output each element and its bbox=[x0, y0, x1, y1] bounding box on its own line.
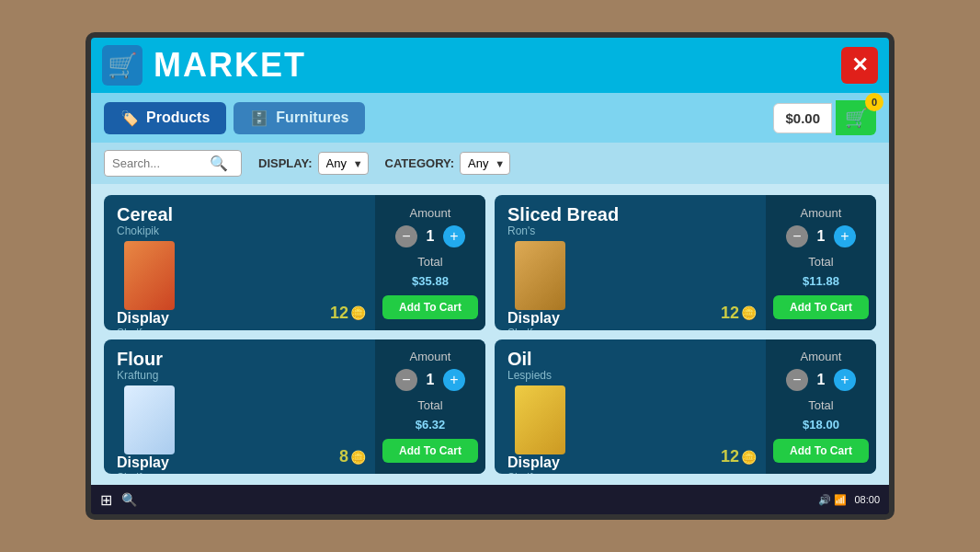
product-display-type-flour: Shelf bbox=[117, 471, 366, 475]
taskbar-search-icon[interactable]: 🔍 bbox=[121, 492, 137, 507]
product-brand-cereal: Chokipik bbox=[117, 224, 366, 237]
total-value-flour: $6.32 bbox=[416, 418, 446, 431]
product-display-cereal: Display bbox=[117, 310, 366, 327]
stock-icon-flour: 🪙 bbox=[350, 450, 366, 465]
qty-value-sliced-bread: 1 bbox=[814, 228, 828, 245]
product-display-sliced-bread: Display bbox=[507, 310, 757, 327]
product-stock-oil: 12 🪙 bbox=[721, 447, 757, 466]
product-display-type-sliced-bread: Shelf bbox=[507, 327, 757, 330]
total-value-sliced-bread: $11.88 bbox=[803, 274, 839, 288]
product-name-oil: Oil bbox=[507, 349, 757, 369]
product-card-flour: Flour Kraftung Display Shelf Unit Price … bbox=[104, 339, 485, 475]
total-label-sliced-bread: Total bbox=[808, 255, 833, 269]
amount-label-sliced-bread: Amount bbox=[801, 206, 842, 220]
product-name-flour: Flour bbox=[117, 349, 366, 369]
product-info-flour: Flour Kraftung Display Shelf Unit Price … bbox=[104, 339, 375, 475]
basket-icon: 🛒 bbox=[102, 45, 142, 86]
product-image-area-cereal bbox=[117, 241, 181, 310]
search-icon: 🔍 bbox=[210, 155, 228, 172]
tab-furnitures[interactable]: 🗄️ Furnitures bbox=[234, 102, 365, 134]
add-to-cart-cereal[interactable]: Add To Cart bbox=[382, 295, 478, 319]
stock-value-cereal: 12 bbox=[330, 304, 348, 323]
qty-value-cereal: 1 bbox=[423, 228, 438, 245]
qty-row-sliced-bread: − 1 + bbox=[786, 225, 856, 247]
total-label-flour: Total bbox=[417, 398, 442, 412]
taskbar-left: ⊞ 🔍 bbox=[100, 491, 137, 509]
amount-label-oil: Amount bbox=[801, 350, 842, 363]
display-filter-group: DISPLAY: Any ▼ bbox=[258, 152, 369, 175]
category-filter-label: CATEGORY: bbox=[385, 156, 455, 170]
title-bar-left: 🛒 MARKET bbox=[102, 45, 306, 86]
total-value-oil: $18.00 bbox=[803, 418, 839, 431]
stock-icon-cereal: 🪙 bbox=[350, 305, 366, 320]
search-input[interactable] bbox=[112, 156, 204, 170]
total-label-oil: Total bbox=[808, 398, 833, 412]
products-grid: Cereal Chokipik Display Shelf Unit Price… bbox=[91, 184, 889, 485]
product-image-sliced-bread bbox=[515, 241, 565, 310]
furnitures-tab-icon: 🗄️ bbox=[250, 109, 268, 127]
windows-icon[interactable]: ⊞ bbox=[100, 491, 112, 509]
close-button[interactable]: ✕ bbox=[841, 47, 878, 84]
qty-row-flour: − 1 + bbox=[395, 369, 465, 391]
amount-label-flour: Amount bbox=[410, 350, 451, 363]
tab-products[interactable]: 🏷️ Products bbox=[104, 102, 226, 134]
product-brand-oil: Lespieds bbox=[507, 369, 757, 382]
stock-icon-oil: 🪙 bbox=[741, 450, 757, 465]
stock-value-flour: 8 bbox=[339, 447, 348, 466]
qty-value-oil: 1 bbox=[814, 372, 828, 388]
system-tray: 🔊 📶 bbox=[818, 494, 847, 506]
product-display-oil: Display bbox=[507, 454, 757, 471]
product-image-cereal bbox=[124, 241, 175, 310]
product-display-type-oil: Shelf bbox=[507, 471, 757, 475]
filter-bar: 🔍 DISPLAY: Any ▼ CATEGORY: Any ▼ bbox=[91, 143, 889, 184]
total-value-cereal: $35.88 bbox=[412, 274, 449, 288]
product-image-area-sliced-bread bbox=[507, 241, 572, 310]
product-card-oil: Oil Lespieds Display Shelf Unit Price $1… bbox=[495, 339, 876, 475]
stock-value-oil: 12 bbox=[721, 447, 739, 466]
cart-area: $0.00 🛒 0 bbox=[773, 100, 876, 135]
qty-plus-flour[interactable]: + bbox=[443, 369, 465, 391]
product-name-sliced-bread: Sliced Bread bbox=[507, 204, 757, 224]
app-window: 🛒 MARKET ✕ 🏷️ Products 🗄️ Furnitures $0.… bbox=[85, 32, 895, 520]
category-select[interactable]: Any bbox=[460, 152, 510, 175]
add-to-cart-oil[interactable]: Add To Cart bbox=[773, 439, 869, 463]
product-display-type-cereal: Shelf bbox=[117, 327, 366, 330]
qty-plus-sliced-bread[interactable]: + bbox=[834, 225, 856, 247]
amount-label-cereal: Amount bbox=[410, 206, 451, 220]
product-image-flour bbox=[124, 385, 175, 454]
product-brand-sliced-bread: Ron's bbox=[507, 224, 757, 237]
qty-plus-cereal[interactable]: + bbox=[443, 225, 465, 247]
product-controls-cereal: Amount − 1 + Total $35.88 Add To Cart bbox=[375, 195, 485, 330]
add-to-cart-sliced-bread[interactable]: Add To Cart bbox=[773, 295, 869, 319]
product-stock-flour: 8 🪙 bbox=[339, 447, 366, 466]
taskbar-right: 🔊 📶 08:00 bbox=[818, 494, 880, 506]
product-image-oil bbox=[515, 385, 565, 454]
product-card-sliced-bread: Sliced Bread Ron's Display Shelf Unit Pr… bbox=[495, 195, 876, 330]
qty-minus-flour[interactable]: − bbox=[395, 369, 417, 391]
product-controls-sliced-bread: Amount − 1 + Total $11.88 Add To Cart bbox=[766, 195, 876, 330]
qty-minus-cereal[interactable]: − bbox=[395, 225, 417, 247]
stock-icon-sliced-bread: 🪙 bbox=[741, 305, 757, 320]
taskbar: ⊞ 🔍 🔊 📶 08:00 bbox=[91, 485, 889, 514]
qty-minus-sliced-bread[interactable]: − bbox=[786, 225, 808, 247]
add-to-cart-flour[interactable]: Add To Cart bbox=[382, 439, 478, 463]
stock-value-sliced-bread: 12 bbox=[721, 304, 739, 323]
qty-row-oil: − 1 + bbox=[786, 369, 856, 391]
nav-bar: 🏷️ Products 🗄️ Furnitures $0.00 🛒 0 bbox=[91, 93, 889, 143]
category-filter-group: CATEGORY: Any ▼ bbox=[385, 152, 511, 175]
qty-plus-oil[interactable]: + bbox=[834, 369, 856, 391]
search-box: 🔍 bbox=[104, 150, 242, 177]
product-controls-flour: Amount − 1 + Total $6.32 Add To Cart bbox=[375, 339, 485, 475]
app-title: MARKET bbox=[154, 46, 306, 85]
display-select-wrapper: Any ▼ bbox=[318, 152, 369, 175]
cart-price: $0.00 bbox=[773, 103, 832, 133]
qty-minus-oil[interactable]: − bbox=[786, 369, 808, 391]
total-label-cereal: Total bbox=[417, 255, 442, 269]
product-display-flour: Display bbox=[117, 454, 366, 471]
product-stock-cereal: 12 🪙 bbox=[330, 304, 366, 323]
product-card-cereal: Cereal Chokipik Display Shelf Unit Price… bbox=[104, 195, 485, 330]
cart-button[interactable]: 🛒 0 bbox=[836, 100, 876, 135]
furnitures-tab-label: Furnitures bbox=[276, 109, 348, 126]
products-tab-icon: 🏷️ bbox=[120, 109, 139, 127]
display-select[interactable]: Any bbox=[318, 152, 369, 175]
